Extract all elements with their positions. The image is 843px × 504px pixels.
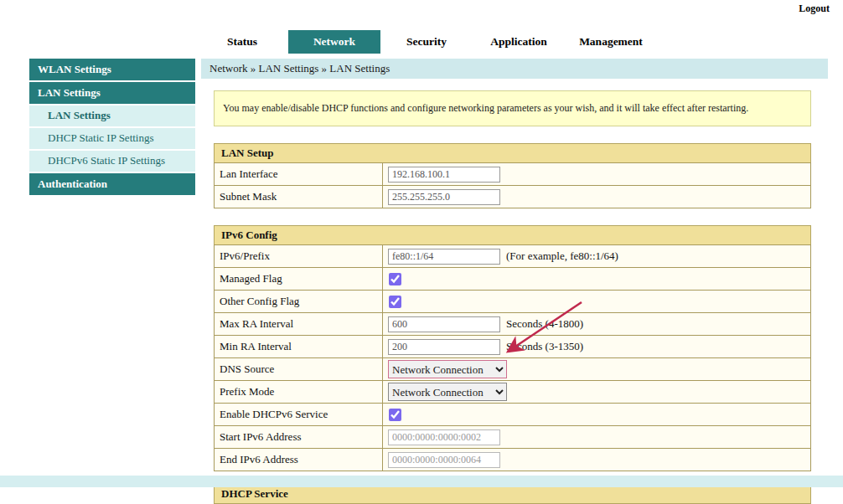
prefix-mode-select[interactable]: Network Connection xyxy=(388,383,507,401)
sidebar-item-wlan-settings[interactable]: WLAN Settings xyxy=(29,59,195,82)
table-row: Start IPv6 Address xyxy=(215,426,811,449)
table-row: Prefix Mode Network Connection xyxy=(215,381,811,404)
ipv6-config-table: IPv6/Prefix (For example, fe80::1/64) Ma… xyxy=(214,244,811,471)
sidebar: WLAN Settings LAN Settings LAN Settings … xyxy=(29,59,195,197)
field-value-cell xyxy=(383,404,811,426)
max-ra-interval-input[interactable] xyxy=(388,316,500,332)
field-label: Start IPv6 Address xyxy=(215,426,383,449)
field-label: Other Config Flag xyxy=(215,291,383,313)
tab-management[interactable]: Management xyxy=(565,30,657,54)
table-row: Min RA Interval Seconds (3-1350) xyxy=(215,336,811,358)
logout-link[interactable]: Logout xyxy=(799,3,830,15)
top-nav-tabbar: Status Network Security Application Mana… xyxy=(196,30,657,54)
field-label: Lan Interface xyxy=(215,163,383,186)
table-row: Other Config Flag xyxy=(215,291,811,313)
main-content: Network » LAN Settings » LAN Settings Yo… xyxy=(201,59,828,504)
sidebar-item-dhcpv6-static-ip[interactable]: DHCPv6 Static IP Settings xyxy=(29,151,195,173)
tab-application[interactable]: Application xyxy=(473,30,565,54)
sidebar-item-lan-settings-group[interactable]: LAN Settings xyxy=(29,82,195,105)
field-value-cell: Seconds (3-1350) xyxy=(383,336,811,358)
table-row: End IPv6 Address xyxy=(215,449,811,471)
field-label: Min RA Interval xyxy=(215,336,383,358)
info-notice: You may enable/disable DHCP functions an… xyxy=(214,90,811,126)
breadcrumb: Network » LAN Settings » LAN Settings xyxy=(201,59,828,79)
content-area: You may enable/disable DHCP functions an… xyxy=(201,90,828,504)
field-value-cell xyxy=(383,426,811,449)
table-row: Enable DHCPv6 Service xyxy=(215,404,811,426)
field-label: Prefix Mode xyxy=(215,381,383,404)
field-note: Seconds (3-1350) xyxy=(506,340,583,352)
sidebar-item-dhcp-static-ip[interactable]: DHCP Static IP Settings xyxy=(29,128,195,151)
tab-network[interactable]: Network xyxy=(288,30,380,54)
field-label: DNS Source xyxy=(215,358,383,381)
table-row: Max RA Interval Seconds (4-1800) xyxy=(215,313,811,336)
field-note: Seconds (4-1800) xyxy=(506,317,583,330)
field-value-cell xyxy=(383,268,811,291)
field-value-cell xyxy=(383,163,811,186)
lan-interface-input[interactable] xyxy=(388,167,500,183)
ipv6-prefix-input[interactable] xyxy=(388,249,500,265)
sidebar-item-authentication[interactable]: Authentication xyxy=(29,173,195,197)
dns-source-select[interactable]: Network Connection xyxy=(388,360,507,378)
field-value-cell xyxy=(383,291,811,313)
footer-strip xyxy=(0,476,843,487)
field-label: IPv6/Prefix xyxy=(215,245,383,268)
managed-flag-checkbox[interactable] xyxy=(389,273,401,285)
tab-status[interactable]: Status xyxy=(196,30,288,54)
table-row: Managed Flag xyxy=(215,268,811,291)
field-value-cell: Network Connection xyxy=(383,381,811,404)
sidebar-item-lan-settings[interactable]: LAN Settings xyxy=(29,105,195,128)
field-value-cell xyxy=(383,449,811,471)
field-value-cell: Network Connection xyxy=(383,358,811,381)
lan-setup-table: Lan Interface Subnet Mask xyxy=(214,162,811,208)
subnet-mask-input[interactable] xyxy=(388,189,500,205)
enable-dhcpv6-service-checkbox[interactable] xyxy=(389,409,401,421)
field-label: Subnet Mask xyxy=(215,186,383,208)
field-label: Max RA Interval xyxy=(215,313,383,336)
end-ipv6-address-input[interactable] xyxy=(388,452,500,468)
field-note: (For example, fe80::1/64) xyxy=(506,249,618,262)
table-row: DNS Source Network Connection xyxy=(215,358,811,381)
field-value-cell: Seconds (4-1800) xyxy=(383,313,811,336)
field-label: End IPv6 Address xyxy=(215,449,383,471)
field-value-cell: (For example, fe80::1/64) xyxy=(383,245,811,268)
table-row: Subnet Mask xyxy=(215,186,811,208)
other-config-flag-checkbox[interactable] xyxy=(389,296,401,308)
section-header-ipv6-config: IPv6 Config xyxy=(214,225,811,244)
field-label: Enable DHCPv6 Service xyxy=(215,404,383,426)
tab-security[interactable]: Security xyxy=(380,30,473,54)
start-ipv6-address-input[interactable] xyxy=(388,429,500,445)
min-ra-interval-input[interactable] xyxy=(388,339,500,355)
table-row: IPv6/Prefix (For example, fe80::1/64) xyxy=(215,245,811,268)
table-row: Lan Interface xyxy=(215,163,811,186)
field-value-cell xyxy=(383,186,811,208)
section-header-lan-setup: LAN Setup xyxy=(214,143,811,162)
field-label: Managed Flag xyxy=(215,268,383,291)
